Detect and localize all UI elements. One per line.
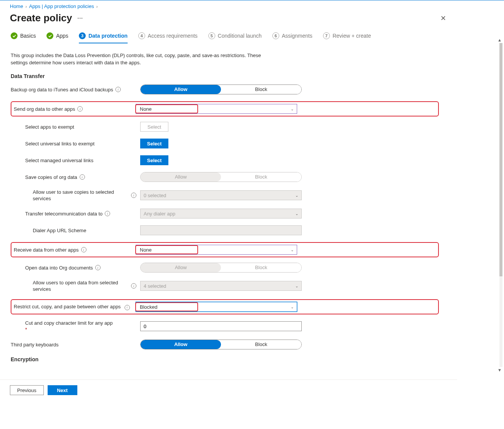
page-title: Create policy ··· — [10, 12, 83, 24]
row-open-org: Open data into Org documents i Allow Blo… — [11, 263, 439, 273]
wizard-footer: Previous Next — [0, 380, 457, 400]
scrollbar[interactable] — [499, 43, 502, 367]
label-third-party: Third party keyboards — [11, 341, 59, 348]
dropdown-value: None — [135, 245, 198, 254]
wizard-step-conditional[interactable]: 5 Conditional launch — [208, 29, 262, 43]
more-icon[interactable]: ··· — [77, 15, 83, 21]
wizard-label: Review + create — [333, 33, 371, 39]
info-icon[interactable]: i — [81, 247, 86, 252]
page-title-text: Create policy — [10, 12, 72, 24]
wizard-steps: Basics Apps 3 Data protection 4 Access r… — [0, 29, 504, 43]
wizard-step-data-protection[interactable]: 3 Data protection — [79, 29, 128, 43]
chevron-down-icon: ⌄ — [295, 193, 298, 198]
check-icon — [11, 32, 18, 39]
label-save-copies: Save copies of org data — [25, 174, 77, 180]
input-dialer-url — [140, 225, 302, 235]
row-third-party-kb: Third party keyboards Allow Block — [11, 340, 439, 349]
check-icon — [46, 32, 53, 39]
wizard-step-assignments[interactable]: 6 Assignments — [272, 29, 312, 43]
row-transfer-tele: Transfer telecommunication data to i Any… — [11, 209, 439, 218]
highlight-receive-data: Receive data from other apps i None ⌄ — [11, 242, 439, 257]
wizard-label: Apps — [56, 33, 68, 39]
info-icon[interactable]: i — [77, 106, 83, 112]
dropdown-send-org-data[interactable]: None ⌄ — [136, 104, 297, 114]
dropdown-value: None — [135, 104, 198, 113]
required-indicator: * — [25, 326, 136, 333]
label-cut-limit: Cut and copy character limit for any app — [25, 320, 113, 326]
select-managed-links-button[interactable]: Select — [140, 155, 168, 165]
input-cut-limit[interactable] — [140, 321, 302, 331]
wizard-label: Conditional launch — [218, 33, 262, 39]
wizard-step-access[interactable]: 4 Access requirements — [138, 29, 198, 43]
section-encryption: Encryption — [11, 356, 439, 362]
chevron-down-icon: ⌄ — [291, 107, 297, 111]
info-icon[interactable]: i — [95, 265, 101, 270]
dropdown-value: Blocked — [135, 302, 198, 311]
wizard-step-basics[interactable]: Basics — [11, 29, 36, 43]
info-icon[interactable]: i — [131, 193, 136, 198]
wizard-step-apps[interactable]: Apps — [46, 29, 68, 43]
step-number: 6 — [272, 32, 279, 39]
wizard-step-review[interactable]: 7 Review + create — [323, 29, 371, 43]
chevron-right-icon: › — [26, 4, 27, 9]
segment-allow: Allow — [141, 172, 221, 182]
info-icon[interactable]: i — [80, 174, 85, 180]
breadcrumb-apps[interactable]: Apps | App protection policies — [29, 3, 94, 9]
dropdown-value: 0 selected — [144, 193, 166, 198]
dropdown-restrict-ccp[interactable]: Blocked ⌄ — [136, 302, 297, 312]
info-icon[interactable]: i — [115, 87, 121, 92]
scroll-down-icon[interactable]: ▼ — [498, 368, 502, 372]
dropdown-value: 4 selected — [144, 283, 166, 289]
info-icon[interactable]: i — [125, 305, 130, 310]
segment-block: Block — [221, 172, 301, 182]
dropdown-receive-data[interactable]: None ⌄ — [136, 245, 297, 255]
step-number: 4 — [138, 32, 145, 39]
info-icon[interactable]: i — [105, 211, 110, 216]
label-receive-data: Receive data from other apps — [14, 247, 79, 253]
segmented-backup[interactable]: Allow Block — [140, 85, 302, 94]
wizard-label: Data protection — [88, 33, 128, 39]
dropdown-transfer-tele: Any dialer app ⌄ — [140, 209, 302, 218]
row-save-copies: Save copies of org data i Allow Block — [11, 172, 439, 182]
row-exempt-links: Select universal links to exempt Select — [11, 139, 439, 148]
label-send-org-data: Send org data to other apps — [14, 106, 75, 112]
label-transfer-tele: Transfer telecommunication data to — [25, 211, 102, 217]
section-data-transfer: Data Transfer — [11, 73, 439, 79]
info-icon[interactable]: i — [131, 283, 136, 289]
label-save-services: Allow user to save copies to selected se… — [33, 189, 129, 202]
label-open-org: Open data into Org documents — [25, 265, 93, 271]
select-exempt-apps-button: Select — [140, 122, 168, 132]
row-managed-links: Select managed universal links Select — [11, 155, 439, 165]
segment-block: Block — [221, 263, 301, 272]
scrollbar-thumb[interactable] — [499, 43, 502, 276]
row-open-services: Allow users to open data from selected s… — [11, 279, 439, 292]
chevron-right-icon: › — [96, 4, 98, 9]
label-managed-links: Select managed universal links — [25, 157, 93, 164]
label-restrict-ccp: Restrict cut, copy, and paste between ot… — [14, 304, 121, 309]
label-open-services: Allow users to open data from selected s… — [33, 279, 129, 292]
breadcrumb-home[interactable]: Home — [10, 3, 23, 9]
segment-allow: Allow — [141, 263, 221, 272]
segment-block[interactable]: Block — [221, 85, 301, 94]
dropdown-open-services: 4 selected ⌄ — [140, 281, 302, 291]
segmented-third-party[interactable]: Allow Block — [140, 340, 302, 349]
segment-allow[interactable]: Allow — [141, 85, 221, 94]
chevron-down-icon: ⌄ — [295, 212, 298, 216]
next-button[interactable]: Next — [48, 385, 77, 395]
close-icon[interactable]: ✕ — [438, 13, 448, 24]
wizard-label: Access requirements — [148, 33, 198, 39]
row-exempt-apps: Select apps to exempt Select — [11, 122, 439, 132]
scroll-up-icon[interactable]: ▲ — [498, 38, 502, 42]
select-exempt-links-button[interactable]: Select — [140, 139, 168, 148]
previous-button[interactable]: Previous — [10, 385, 44, 395]
highlight-restrict-ccp: Restrict cut, copy, and paste between ot… — [11, 299, 439, 314]
segment-block[interactable]: Block — [221, 340, 301, 349]
step-number: 7 — [323, 32, 330, 39]
segmented-open-org: Allow Block — [140, 263, 302, 273]
segment-allow[interactable]: Allow — [141, 340, 221, 349]
chevron-down-icon: ⌄ — [291, 305, 297, 309]
wizard-label: Basics — [20, 33, 36, 39]
dropdown-save-services: 0 selected ⌄ — [140, 190, 302, 200]
segmented-save-copies: Allow Block — [140, 172, 302, 182]
dropdown-value: Any dialer app — [144, 211, 175, 217]
